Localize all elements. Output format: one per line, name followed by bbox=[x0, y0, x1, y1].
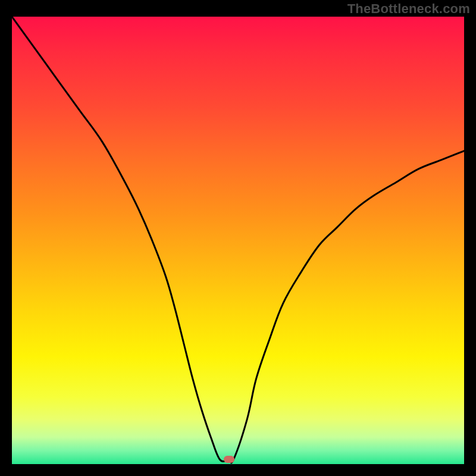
curve-path bbox=[12, 17, 464, 463]
watermark-text: TheBottleneck.com bbox=[347, 1, 470, 17]
minimum-marker bbox=[224, 456, 234, 463]
bottleneck-curve bbox=[12, 17, 464, 464]
chart-frame: TheBottleneck.com bbox=[0, 0, 476, 476]
plot-area bbox=[12, 17, 464, 464]
